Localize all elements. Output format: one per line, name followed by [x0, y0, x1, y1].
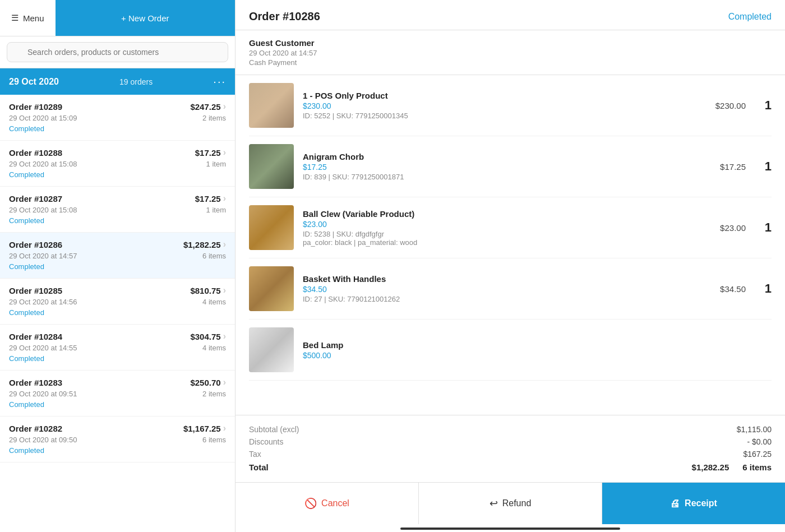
order-items-count: 4 items — [202, 298, 226, 306]
orders-list: Order #10289 $247.25 › 29 Oct 2020 at 15… — [0, 95, 235, 532]
product-info: Basket With Handles $34.50 ID: 27 | SKU:… — [303, 274, 692, 303]
order-total: $250.70 › — [190, 377, 226, 387]
order-total: $810.75 › — [190, 285, 226, 295]
product-qty: 1 — [755, 159, 772, 174]
customer-name: Guest Customer — [249, 38, 772, 48]
date-label: 29 Oct 2020 — [9, 77, 59, 87]
date-header: 29 Oct 2020 19 orders ··· — [0, 68, 235, 95]
progress-bar — [400, 528, 620, 530]
left-panel: ☰ Menu + New Order 🔍 29 Oct 2020 19 orde… — [0, 0, 236, 532]
discounts-label: Discounts — [249, 437, 283, 446]
product-id-sku: ID: 27 | SKU: 7790121001262 — [303, 295, 692, 303]
refund-button[interactable]: ↩ Refund — [419, 483, 602, 524]
product-image — [249, 327, 294, 372]
right-panel: Order #10286 Completed Guest Customer 29… — [236, 0, 785, 532]
product-info: 1 - POS Only Product $230.00 ID: 5252 | … — [303, 91, 692, 120]
search-input[interactable] — [7, 42, 228, 62]
top-bar: ☰ Menu + New Order — [0, 0, 235, 36]
total-label: Total — [249, 462, 269, 472]
bottom-bar — [236, 524, 785, 532]
tax-row: Tax $167.25 — [249, 448, 772, 460]
order-number: Order #10282 — [9, 424, 62, 433]
order-items-count: 2 items — [202, 114, 226, 122]
order-title: Order #10286 — [249, 10, 320, 23]
product-name: Anigram Chorb — [303, 152, 692, 161]
order-header: Order #10286 Completed — [236, 0, 785, 30]
order-status: Completed — [9, 124, 44, 133]
product-price: $17.25 — [303, 163, 692, 172]
menu-button[interactable]: ☰ Menu — [0, 0, 56, 36]
product-qty: 1 — [755, 281, 772, 296]
order-date: 29 Oct 2020 at 15:08 — [9, 206, 77, 214]
order-number: Order #10286 — [9, 240, 62, 249]
order-list-item[interactable]: Order #10287 $17.25 › 29 Oct 2020 at 15:… — [0, 187, 235, 233]
product-image — [249, 144, 294, 189]
subtotal-value: $1,115.00 — [737, 425, 772, 434]
subtotal-label: Subtotal (excl) — [249, 425, 299, 434]
order-status: Completed — [9, 354, 44, 363]
product-name: Basket With Handles — [303, 274, 692, 284]
order-number: Order #10284 — [9, 332, 62, 341]
refund-label: Refund — [502, 498, 532, 508]
product-image — [249, 266, 294, 311]
product-line-total: $17.25 — [701, 162, 746, 172]
subtotal-row: Subtotal (excl) $1,115.00 — [249, 423, 772, 436]
order-total: $17.25 › — [195, 193, 226, 203]
receipt-button[interactable]: 🖨 Receipt — [602, 483, 785, 524]
order-list-item[interactable]: Order #10286 $1,282.25 › 29 Oct 2020 at … — [0, 233, 235, 279]
cancel-button[interactable]: 🚫 Cancel — [236, 483, 419, 524]
product-price: $34.50 — [303, 285, 692, 294]
order-date: 29 Oct 2020 at 09:50 — [9, 436, 77, 444]
discounts-value: - $0.00 — [747, 437, 772, 446]
more-options-button[interactable]: ··· — [213, 75, 226, 88]
order-date: 29 Oct 2020 at 14:57 — [249, 49, 772, 57]
order-number: Order #10283 — [9, 378, 62, 387]
receipt-icon: 🖨 — [670, 498, 680, 510]
product-item: Ball Clew (Variable Product) $23.00 ID: … — [249, 197, 772, 258]
product-line-total: $23.00 — [701, 223, 746, 233]
search-wrapper: 🔍 — [7, 42, 228, 62]
tax-value: $167.25 — [743, 450, 772, 459]
order-number: Order #10288 — [9, 148, 62, 158]
payment-method: Cash Payment — [249, 58, 772, 67]
order-total: $1,282.25 › — [183, 239, 226, 249]
orders-count: 19 orders — [119, 77, 153, 86]
product-id-sku: ID: 839 | SKU: 7791250001871 — [303, 173, 692, 181]
order-status: Completed — [9, 170, 44, 179]
product-line-total: $34.50 — [701, 284, 746, 294]
order-items-count: 6 items — [202, 252, 226, 260]
tax-label: Tax — [249, 450, 261, 459]
order-list-item[interactable]: Order #10282 $1,167.25 › 29 Oct 2020 at … — [0, 417, 235, 462]
new-order-label: + New Order — [121, 13, 169, 23]
order-status: Completed — [9, 446, 44, 455]
order-list-item[interactable]: Order #10289 $247.25 › 29 Oct 2020 at 15… — [0, 95, 235, 141]
order-status: Completed — [9, 400, 44, 409]
chevron-icon: › — [223, 193, 226, 203]
total-items-badge: 6 items — [742, 462, 772, 472]
product-name: Bed Lamp — [303, 340, 692, 350]
order-list-item[interactable]: Order #10288 $17.25 › 29 Oct 2020 at 15:… — [0, 141, 235, 187]
chevron-icon: › — [223, 377, 226, 387]
order-list-item[interactable]: Order #10284 $304.75 › 29 Oct 2020 at 14… — [0, 325, 235, 371]
order-items-count: 4 items — [202, 344, 226, 352]
order-items-count: 1 item — [206, 206, 226, 214]
product-info: Anigram Chorb $17.25 ID: 839 | SKU: 7791… — [303, 152, 692, 181]
discounts-row: Discounts - $0.00 — [249, 436, 772, 448]
order-list-item[interactable]: Order #10283 $250.70 › 29 Oct 2020 at 09… — [0, 371, 235, 417]
order-list-item[interactable]: Order #10285 $810.75 › 29 Oct 2020 at 14… — [0, 279, 235, 325]
product-id-sku: ID: 5252 | SKU: 7791250001345 — [303, 112, 692, 120]
order-status: Completed — [9, 262, 44, 271]
order-status: Completed — [9, 308, 44, 317]
cancel-icon: 🚫 — [304, 497, 317, 510]
product-info: Bed Lamp $500.00 — [303, 340, 692, 360]
new-order-button[interactable]: + New Order — [56, 0, 235, 36]
order-items-count: 6 items — [202, 436, 226, 444]
chevron-icon: › — [223, 147, 226, 158]
product-image — [249, 83, 294, 128]
cancel-label: Cancel — [321, 498, 349, 508]
order-total: $17.25 › — [195, 147, 226, 158]
product-name: Ball Clew (Variable Product) — [303, 209, 692, 219]
chevron-icon: › — [223, 331, 226, 341]
product-item: Anigram Chorb $17.25 ID: 839 | SKU: 7791… — [249, 136, 772, 197]
order-total: $304.75 › — [190, 331, 226, 341]
